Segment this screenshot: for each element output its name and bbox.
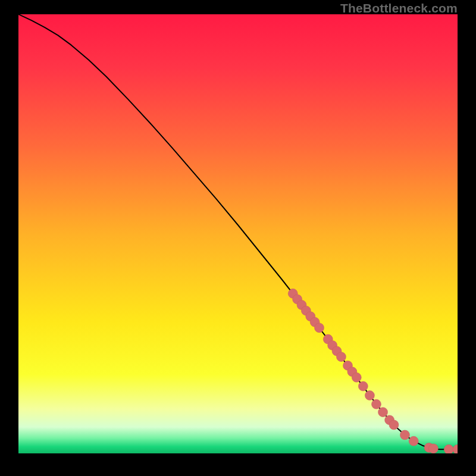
data-point-marker (315, 323, 324, 333)
attribution-text: TheBottleneck.com (340, 1, 458, 15)
data-point-marker (358, 381, 368, 391)
data-point-marker (336, 352, 346, 362)
data-point-marker (352, 372, 361, 382)
data-point-marker (409, 436, 418, 446)
chart-plot (18, 14, 458, 453)
plot-background (18, 14, 458, 453)
chart-stage: TheBottleneck.com (0, 0, 476, 476)
data-point-marker (371, 399, 381, 409)
data-point-marker (400, 430, 409, 440)
data-point-marker (378, 408, 388, 417)
data-point-marker (444, 444, 453, 453)
data-point-marker (389, 420, 399, 430)
data-point-marker (365, 391, 374, 400)
data-point-marker (428, 444, 438, 453)
